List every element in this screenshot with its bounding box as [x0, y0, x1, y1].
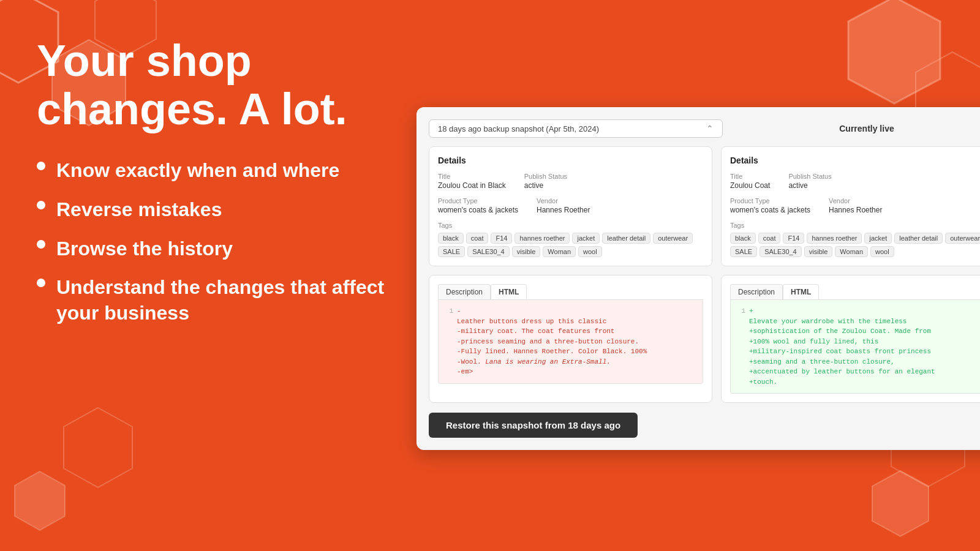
left-desc-tabs: Description HTML [438, 284, 703, 300]
right-type-value: women's coats & jackets [730, 206, 810, 214]
snapshot-selector[interactable]: 18 days ago backup snapshot (Apr 5th, 20… [429, 119, 723, 138]
tag-item: hannes roether [514, 233, 570, 244]
right-section-title: Details [730, 156, 980, 165]
tag-item: outerwear [653, 233, 693, 244]
right-title-value: Zoulou Coat [730, 181, 770, 190]
left-code-block: 1-Leather buttons dress up this classic-… [438, 300, 703, 384]
right-publish-group: Publish Status active [788, 173, 831, 190]
restore-btn-wrap: Restore this snapshot from 18 days ago [429, 413, 980, 438]
left-tab-description[interactable]: Description [438, 284, 491, 299]
left-tags-label: Tags [438, 222, 703, 229]
bullet-text-3: Browse the history [56, 236, 233, 262]
left-detail-panel: Details Title Zoulou Coat in Black Publi… [429, 146, 712, 266]
bullet-item-1: Know exactly when and where [37, 158, 417, 184]
tag-item: jacket [864, 233, 892, 244]
tag-item: Woman [543, 246, 576, 257]
bullet-text-2: Reverse mistakes [56, 197, 222, 223]
tag-item: black [730, 233, 756, 244]
tag-item: hannes roether [807, 233, 862, 244]
left-publish-group: Publish Status active [524, 173, 567, 190]
bullet-dot-4 [37, 279, 45, 287]
tag-item: coat [758, 233, 781, 244]
left-type-label: Product Type [438, 197, 518, 204]
code-line: -military coat. The coat features front [445, 326, 696, 337]
right-tags-row: blackcoatF14hannes roetherjacketleather … [730, 233, 980, 257]
right-detail-panel: Details Title Zoulou Coat Publish Status… [721, 146, 980, 266]
tag-item: jacket [572, 233, 600, 244]
tag-item: SALE30_4 [760, 246, 802, 257]
chevron-icon: ⌃ [706, 124, 714, 133]
tag-item: SALE30_4 [467, 246, 510, 257]
left-vendor-group: Vendor Hannes Roether [537, 197, 590, 214]
feature-list: Know exactly when and where Reverse mist… [37, 158, 417, 339]
tag-item: coat [466, 233, 489, 244]
left-title-value: Zoulou Coat in Black [438, 181, 506, 190]
left-vendor-label: Vendor [537, 197, 590, 204]
right-vendor-group: Vendor Hannes Roether [829, 197, 882, 214]
left-tags-row: blackcoatF14hannes roetherjacketleather … [438, 233, 703, 257]
code-line: 1-Leather buttons dress up this classic [445, 306, 696, 326]
code-line: +seaming and a three-button closure, [737, 357, 980, 367]
live-label: Currently live [729, 124, 980, 133]
right-title-group: Title Zoulou Coat [730, 173, 770, 190]
tag-item: SALE [438, 246, 465, 257]
bullet-dot-2 [37, 201, 45, 209]
right-publish-label: Publish Status [788, 173, 831, 180]
left-title-row: Title Zoulou Coat in Black Publish Statu… [438, 173, 703, 190]
tag-item: black [438, 233, 464, 244]
left-desc-panel: Description HTML 1-Leather buttons dress… [429, 275, 712, 403]
code-line: 1+Elevate your wardrobe with the timeles… [737, 306, 980, 326]
right-vendor-value: Hannes Roether [829, 206, 882, 214]
right-tags-label: Tags [730, 222, 980, 229]
right-title-row: Title Zoulou Coat Publish Status active [730, 173, 980, 190]
details-row: Details Title Zoulou Coat in Black Publi… [429, 146, 980, 266]
bullet-text-1: Know exactly when and where [56, 158, 339, 184]
left-type-row: Product Type women's coats & jackets Ven… [438, 197, 703, 214]
left-title-group: Title Zoulou Coat in Black [438, 173, 506, 190]
code-line: -em> [445, 367, 696, 377]
code-line: -Wool. Lana is wearing an Extra-Small. [445, 357, 696, 367]
tag-item: Woman [835, 246, 868, 257]
bullet-item-4: Understand the changes that affect your … [37, 275, 417, 326]
right-tags-section: Tags blackcoatF14hannes roetherjacketlea… [730, 222, 980, 257]
restore-button[interactable]: Restore this snapshot from 18 days ago [429, 413, 638, 438]
tag-item: visible [804, 246, 833, 257]
tag-item: wool [578, 246, 602, 257]
left-title-label: Title [438, 173, 506, 180]
left-tags-section: Tags blackcoatF14hannes roetherjacketlea… [438, 222, 703, 257]
tag-item: outerwear [945, 233, 980, 244]
left-publish-value: active [524, 181, 567, 190]
bullet-dot-3 [37, 240, 45, 249]
bullet-text-4: Understand the changes that affect your … [56, 275, 417, 326]
right-desc-panel: Description HTML 1+Elevate your wardrobe… [721, 275, 980, 403]
tag-item: visible [512, 246, 541, 257]
code-line: +touch. [737, 377, 980, 388]
right-tab-html[interactable]: HTML [783, 284, 819, 299]
tag-item: leather detail [894, 233, 943, 244]
code-line: -Fully lined. Hannes Roether. Color Blac… [445, 347, 696, 357]
tag-item: wool [870, 246, 894, 257]
snapshot-selector-text: 18 days ago backup snapshot (Apr 5th, 20… [438, 124, 599, 133]
right-vendor-label: Vendor [829, 197, 882, 204]
left-tab-html[interactable]: HTML [491, 284, 527, 299]
right-title-label: Title [730, 173, 770, 180]
bullet-item-2: Reverse mistakes [37, 197, 417, 223]
right-desc-tabs: Description HTML [730, 284, 980, 300]
right-type-group: Product Type women's coats & jackets [730, 197, 810, 214]
code-line: +sophistication of the Zoulou Coat. Made… [737, 326, 980, 337]
left-column: Your shop changes. A lot. Know exactly w… [37, 0, 417, 551]
left-section-title: Details [438, 156, 703, 165]
right-column: 18 days ago backup snapshot (Apr 5th, 20… [417, 0, 980, 551]
tag-item: F14 [783, 233, 804, 244]
right-tab-description[interactable]: Description [730, 284, 783, 299]
desc-panels-row: Description HTML 1-Leather buttons dress… [429, 275, 980, 403]
code-line: +100% wool and fully lined, this [737, 337, 980, 347]
left-publish-label: Publish Status [524, 173, 567, 180]
code-line: -princess seaming and a three-button clo… [445, 337, 696, 347]
code-line: +accentuated by leather buttons for an e… [737, 367, 980, 377]
right-code-block: 1+Elevate your wardrobe with the timeles… [730, 300, 980, 394]
bullet-item-3: Browse the history [37, 236, 417, 262]
tag-item: F14 [491, 233, 512, 244]
comparison-panel: 18 days ago backup snapshot (Apr 5th, 20… [417, 107, 980, 450]
left-vendor-value: Hannes Roether [537, 206, 590, 214]
